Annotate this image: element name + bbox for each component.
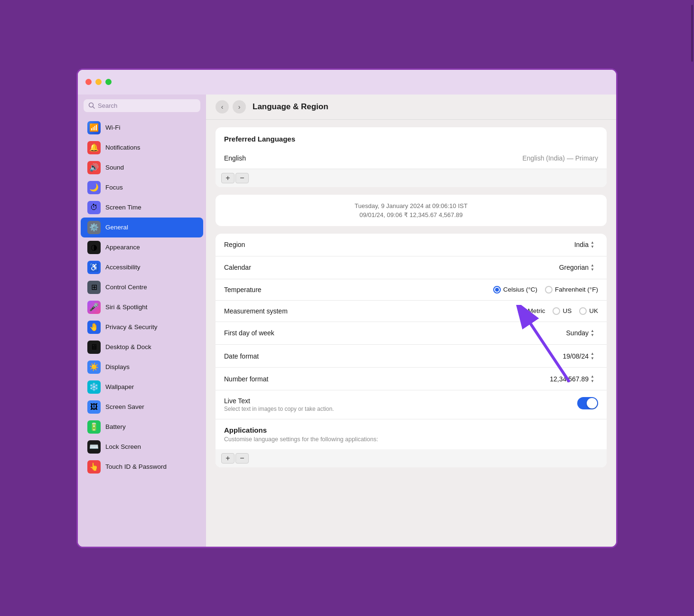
sidebar-item-label-siri: Siri & Spotlight (105, 303, 148, 311)
sound-icon: 🔊 (87, 161, 101, 174)
celsius-radio[interactable] (493, 286, 501, 294)
sidebar-item-label-touchid: Touch ID & Password (105, 463, 167, 470)
region-arrows[interactable]: ▲ ▼ (591, 240, 598, 249)
numberformat-value: 12,34,567.89 (550, 375, 589, 383)
numberformat-up-arrow[interactable]: ▲ (591, 374, 598, 379)
firstday-value: Sunday (566, 329, 589, 337)
siri-icon: 🎤 (87, 301, 101, 314)
us-option[interactable]: US (553, 307, 572, 315)
numberformat-stepper[interactable]: 12,34,567.89 ▲ ▼ (550, 374, 598, 383)
metric-option[interactable]: Metric (518, 307, 545, 315)
live-text-toggle[interactable] (577, 397, 598, 409)
maximize-button[interactable] (105, 79, 112, 85)
fahrenheit-radio[interactable] (545, 286, 553, 294)
calendar-down-arrow[interactable]: ▼ (591, 267, 598, 272)
sidebar-item-label-controlcentre: Control Centre (105, 284, 147, 291)
sidebar-item-appearance[interactable]: ◑Appearance (81, 237, 203, 257)
live-text-description: Select text in images to copy or take ac… (224, 406, 577, 412)
firstday-arrows[interactable]: ▲ ▼ (591, 329, 598, 338)
calendar-value: Gregorian (559, 264, 589, 271)
sidebar-item-focus[interactable]: 🌙Focus (81, 178, 203, 198)
calendar-up-arrow[interactable]: ▲ (591, 263, 598, 268)
sidebar-item-screensaver[interactable]: 🖼Screen Saver (81, 397, 203, 417)
calendar-arrows[interactable]: ▲ ▼ (591, 263, 598, 272)
main-content: ‹ › Language & Region Preferred Language… (206, 95, 616, 547)
add-language-button[interactable]: + (221, 173, 234, 183)
preview-card: Tuesday, 9 January 2024 at 09:06:10 IST … (216, 195, 607, 226)
region-stepper[interactable]: India ▲ ▼ (574, 240, 598, 249)
remove-language-button[interactable]: − (235, 173, 249, 183)
celsius-option[interactable]: Celsius (°C) (493, 286, 537, 294)
sidebar-item-wallpaper[interactable]: ❄️Wallpaper (81, 377, 203, 397)
close-button[interactable] (85, 79, 92, 85)
back-button[interactable]: ‹ (216, 100, 229, 114)
region-row: Region India ▲ ▼ (216, 234, 607, 256)
sidebar-item-label-lockscreen: Lock Screen (105, 443, 141, 450)
firstday-up-arrow[interactable]: ▲ (591, 329, 598, 333)
sidebar-item-siri[interactable]: 🎤Siri & Spotlight (81, 297, 203, 317)
dateformat-value-container: 19/08/24 ▲ ▼ (563, 351, 599, 360)
sidebar-item-sound[interactable]: 🔊Sound (81, 158, 203, 178)
sidebar-item-desktopDock[interactable]: 🖥Desktop & Dock (81, 337, 203, 357)
preferred-languages-card: Preferred Languages English English (Ind… (216, 127, 607, 187)
region-settings-card: Region India ▲ ▼ (216, 234, 607, 468)
sidebar-item-wifi[interactable]: 📶Wi-Fi (81, 118, 203, 138)
live-text-info: Live Text Select text in images to copy … (224, 397, 577, 412)
remove-application-button[interactable]: − (235, 453, 249, 464)
firstday-stepper[interactable]: Sunday ▲ ▼ (566, 329, 598, 338)
screentime-icon: ⏱ (87, 201, 101, 214)
us-radio[interactable] (553, 307, 560, 315)
sidebar-item-general[interactable]: ⚙️General (81, 218, 203, 237)
sidebar-item-battery[interactable]: 🔋Battery (81, 417, 203, 437)
sidebar-item-displays[interactable]: ☀️Displays (81, 357, 203, 377)
sidebar-item-privacy[interactable]: 🤚Privacy & Security (81, 317, 203, 337)
notifications-icon: 🔔 (87, 141, 101, 154)
toggle-knob (587, 398, 597, 408)
minimize-button[interactable] (95, 79, 102, 85)
sidebar-item-label-sound: Sound (105, 164, 124, 171)
sidebar-item-touchid[interactable]: 👆Touch ID & Password (81, 457, 203, 477)
numberformat-arrows[interactable]: ▲ ▼ (591, 374, 598, 383)
forward-button[interactable]: › (233, 100, 246, 114)
fahrenheit-option[interactable]: Fahrenheit (°F) (545, 286, 598, 294)
uk-option[interactable]: UK (579, 307, 598, 315)
firstday-value-container: Sunday ▲ ▼ (566, 329, 598, 338)
sidebar-item-label-general: General (105, 224, 128, 231)
add-application-button[interactable]: + (221, 453, 234, 464)
screensaver-icon: 🖼 (87, 400, 101, 414)
sidebar-item-label-wifi: Wi-Fi (105, 124, 120, 131)
sidebar-item-controlcentre[interactable]: ⊞Control Centre (81, 277, 203, 297)
applications-add-remove-row: + − (216, 449, 607, 467)
appearance-icon: ◑ (87, 241, 101, 254)
temperature-label: Temperature (224, 286, 309, 294)
accessibility-icon: ♿ (87, 261, 101, 274)
temperature-row: Temperature Celsius (°C) Fahrenheit (°F) (216, 279, 607, 301)
forward-arrow-icon: › (238, 103, 241, 111)
language-value: English (India) — Primary (523, 154, 599, 162)
metric-radio[interactable] (518, 307, 525, 315)
temperature-options: Celsius (°C) Fahrenheit (°F) (493, 286, 598, 294)
firstday-down-arrow[interactable]: ▼ (591, 333, 598, 338)
live-text-title: Live Text (224, 397, 577, 405)
sidebar-item-label-desktopDock: Desktop & Dock (105, 343, 151, 351)
sidebar-item-screentime[interactable]: ⏱Screen Time (81, 198, 203, 218)
wallpaper-icon: ❄️ (87, 380, 101, 394)
sidebar-item-lockscreen[interactable]: ⌨️Lock Screen (81, 437, 203, 457)
measurement-options: Metric US UK (518, 307, 598, 315)
dateformat-stepper[interactable]: 19/08/24 ▲ ▼ (563, 351, 599, 360)
region-up-arrow[interactable]: ▲ (591, 240, 598, 245)
uk-radio[interactable] (579, 307, 587, 315)
live-text-row: Live Text Select text in images to copy … (216, 390, 607, 419)
back-arrow-icon: ‹ (221, 103, 224, 111)
dateformat-arrows[interactable]: ▲ ▼ (591, 351, 598, 360)
sidebar-item-notifications[interactable]: 🔔Notifications (81, 138, 203, 158)
main-window: Search 📶Wi-Fi🔔Notifications🔊Sound🌙Focus⏱… (76, 68, 618, 548)
dateformat-down-arrow[interactable]: ▼ (591, 356, 598, 361)
region-down-arrow[interactable]: ▼ (591, 245, 598, 249)
sidebar: Search 📶Wi-Fi🔔Notifications🔊Sound🌙Focus⏱… (78, 95, 206, 547)
search-box[interactable]: Search (84, 99, 200, 112)
numberformat-down-arrow[interactable]: ▼ (591, 379, 598, 384)
calendar-stepper[interactable]: Gregorian ▲ ▼ (559, 263, 598, 272)
dateformat-up-arrow[interactable]: ▲ (591, 351, 598, 356)
sidebar-item-accessibility[interactable]: ♿Accessibility (81, 257, 203, 277)
